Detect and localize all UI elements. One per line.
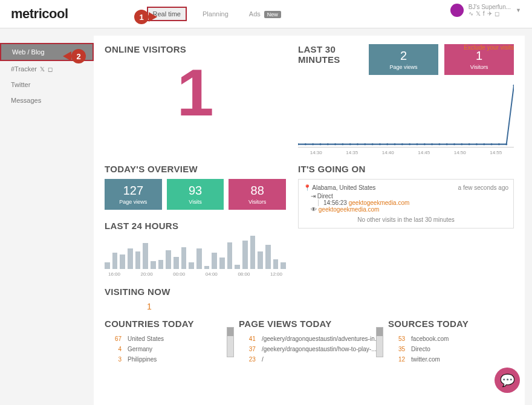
chat-fab[interactable]: 💬 [495,368,520,393]
user-area[interactable]: BJ's Superfun... ∿ 𝕏 f ✈ ◻ ▼ [450,4,521,17]
online-visitors-value: 1 [105,59,286,126]
last24-chart [105,236,286,269]
svg-point-10 [372,143,374,145]
svg-point-5 [334,143,336,145]
exclude-visits-link[interactable]: Exclude your visits [464,44,514,51]
svg-point-25 [483,143,485,145]
svg-point-6 [342,143,343,145]
svg-point-18 [431,143,433,145]
today-visitors-tile: 88 Visitors [229,179,286,210]
going-link-2[interactable]: geektogeekmedia.com [319,206,380,213]
twitter-icon: 𝕏 [476,10,481,17]
chevron-down-icon[interactable]: ▼ [516,7,521,13]
svg-point-26 [491,143,493,145]
list-item[interactable]: 41/geekery/dragonquestaustin/adventures-… [239,334,380,344]
twitter-icon: 𝕏 [40,66,45,73]
last30-title: LAST 30 MINUTES [298,44,363,65]
svg-point-27 [498,143,500,145]
sidebar-item-twitter[interactable]: Twitter [0,77,94,92]
svg-point-19 [438,143,440,145]
visiting-now-title: VISITING NOW [105,287,514,297]
svg-point-1 [305,143,307,145]
online-visitors-title: ONLINE VISITORS [105,44,286,54]
chat-icon: 💬 [500,373,515,387]
last30-visitors-value: 1 [447,49,511,63]
today-pageviews-tile: 127 Page views [105,179,162,210]
list-item[interactable]: 37/geekery/dragonquestaustin/how-to-play… [239,344,380,354]
sources-today: SOURCES TODAY 53facebook.com35Directo12t… [388,319,514,364]
list-item[interactable]: 35Directo [388,344,514,354]
main-content: Exclude your visits ONLINE VISITORS 1 LA… [94,36,525,405]
list-item[interactable]: 3Philippines [105,354,230,364]
today-visits-label: Visits [169,199,222,205]
direct-icon: ⇥ [311,193,316,199]
header: metricool Real time Planning Ads New BJ'… [0,0,532,28]
facebook-icon: f [483,10,485,17]
today-visits-value: 93 [169,184,222,198]
going-on-box: 📍 Alabama, United States a few seconds a… [298,179,514,228]
going-ago: a few seconds ago [458,184,508,191]
list-item[interactable]: 4Germany [105,344,230,354]
going-on-title: IT'S GOING ON [298,164,514,174]
nav-ads[interactable]: Ads New [244,8,286,20]
svg-point-28 [505,143,507,145]
last30-pageviews-label: Page views [371,64,436,70]
countries-title: COUNTRIES TODAY [105,319,230,329]
instagram-icon: ◻ [48,66,53,73]
list-item[interactable]: 23/ [239,354,380,364]
tutorial-callout-2: 2 [63,49,86,63]
eye-icon: 👁 [311,206,317,213]
list-item[interactable]: 67United States [105,334,230,344]
going-none: No other visits in the last 30 minutes [303,216,508,223]
list-item[interactable]: 12twitter.com [388,354,514,364]
tutorial-callout-1: 1 [134,10,157,24]
nav-planning[interactable]: Planning [198,8,233,20]
callout-number-1: 1 [134,10,149,24]
svg-point-20 [446,143,448,145]
svg-point-9 [364,143,366,145]
sidebar-item-messages[interactable]: Messages [0,92,94,108]
brand-logo: metricool [11,6,68,22]
today-visitors-label: Visitors [231,199,284,205]
going-link-1[interactable]: geektogeekmedia.com [349,199,410,206]
svg-point-11 [379,143,381,145]
svg-point-3 [319,143,321,145]
svg-point-4 [327,143,329,145]
svg-point-21 [453,143,455,145]
svg-point-15 [409,143,410,145]
sidebar-item-label: #Tracker [11,65,37,73]
avatar[interactable] [450,4,464,17]
last24-xticks: 16:0020:0000:0004:0008:0012:00 [105,271,286,277]
pin-icon: 📍 [303,184,311,191]
last30-pageviews-tile: 2 Page views [369,44,438,75]
social-icons: ∿ 𝕏 f ✈ ◻ [469,10,511,17]
svg-point-23 [469,143,470,145]
last30-xticks: 14:3014:3514:4014:4514:5014:55 [298,150,514,155]
today-pageviews-label: Page views [107,199,160,205]
nav-ads-label: Ads [249,10,261,18]
today-pageviews-value: 127 [107,184,160,198]
going-source: Direct [317,193,333,199]
last30-pageviews-value: 2 [371,49,436,63]
svg-point-12 [386,143,388,145]
svg-point-16 [416,143,418,145]
svg-point-24 [476,143,478,145]
sources-title: SOURCES TODAY [388,319,514,329]
scrollbar[interactable] [376,327,383,357]
today-visitors-value: 88 [231,184,284,198]
last30-visitors-label: Visitors [447,64,511,70]
svg-point-13 [394,143,396,145]
top-nav: Real time Planning Ads New [147,7,286,21]
list-item[interactable]: 53facebook.com [388,334,514,344]
visiting-now-value: 1 [147,302,514,311]
countries-today: COUNTRIES TODAY 67United States4Germany3… [105,319,230,364]
scrollbar[interactable] [227,327,234,357]
instagram-icon: ◻ [495,10,499,17]
going-location: Alabama, United States [312,184,375,191]
sidebar: Web / Blog #Tracker 𝕏 ◻ Twitter Messages [0,28,94,405]
svg-point-7 [349,143,351,145]
svg-point-14 [401,143,403,145]
today-overview-title: TODAY'S OVERVIEW [105,164,286,174]
new-badge: New [264,11,281,18]
last24-title: LAST 24 HOURS [105,221,286,231]
